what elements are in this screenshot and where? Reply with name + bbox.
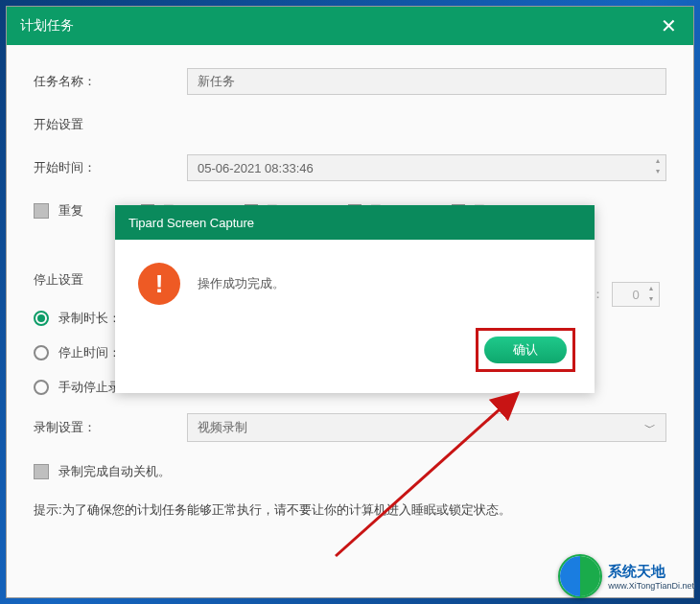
task-name-row: 任务名称： <box>34 68 666 95</box>
loop-value-box[interactable]: 0 ▴ ▾ <box>612 282 660 307</box>
start-time-field: ▴ ▾ <box>187 154 666 181</box>
time-spinner: ▴ ▾ <box>652 156 664 176</box>
task-name-label: 任务名称： <box>34 73 187 90</box>
modal-title: Tipard Screen Capture <box>115 205 595 240</box>
record-settings-label: 录制设置： <box>34 419 187 436</box>
watermark-en: www.XiTongTianDi.net <box>608 581 694 591</box>
watermark-badge-icon <box>558 554 602 598</box>
confirm-highlight: 确认 <box>476 328 575 372</box>
watermark-text: 系统天地 www.XiTongTianDi.net <box>608 563 694 591</box>
auto-shutdown-checkbox[interactable] <box>34 464 49 479</box>
spinner-up-icon[interactable]: ▴ <box>645 284 657 293</box>
loop-spinner: ▴ ▾ <box>645 284 657 304</box>
stop-time-label: 停止时间： <box>58 344 121 361</box>
auto-shutdown-label: 录制完成自动关机。 <box>58 463 171 480</box>
spinner-down-icon[interactable]: ▾ <box>652 167 664 176</box>
record-mode-select[interactable]: 视频录制 ﹀ <box>187 413 666 442</box>
auto-shutdown-row: 录制完成自动关机。 <box>34 463 666 480</box>
stop-manual-radio[interactable] <box>34 380 49 395</box>
hint-text: 提示:为了确保您的计划任务能够正常执行，请不要让你的计算机进入睡眠或锁定状态。 <box>34 501 666 519</box>
confirm-button[interactable]: 确认 <box>484 337 567 363</box>
start-time-input[interactable] <box>187 154 666 181</box>
close-icon[interactable]: ✕ <box>657 14 680 37</box>
modal-footer: 确认 <box>115 328 595 387</box>
spinner-up-icon[interactable]: ▴ <box>652 156 664 166</box>
loop-value: 0 <box>632 288 639 302</box>
repeat-checkbox[interactable] <box>34 203 49 219</box>
chevron-down-icon: ﹀ <box>644 420 656 436</box>
start-time-label: 开始时间： <box>34 159 187 176</box>
spinner-down-icon[interactable]: ▾ <box>645 294 657 304</box>
stop-time-radio[interactable] <box>34 345 49 360</box>
record-settings-row: 录制设置： 视频录制 ﹀ <box>34 413 666 442</box>
modal-message: 操作成功完成。 <box>198 275 285 292</box>
start-time-row: 开始时间： ▴ ▾ <box>34 154 666 181</box>
watermark: 系统天地 www.XiTongTianDi.net <box>558 554 694 598</box>
stop-manual-label: 手动停止录 <box>58 379 121 396</box>
window-title: 计划任务 <box>20 17 74 35</box>
task-name-input[interactable] <box>187 68 666 95</box>
watermark-cn: 系统天地 <box>608 563 694 581</box>
alert-icon: ! <box>138 263 180 305</box>
start-section-label: 开始设置 <box>34 116 666 133</box>
stop-duration-radio[interactable] <box>34 311 49 326</box>
repeat-label: 重复 <box>58 202 83 220</box>
modal-body: ! 操作成功完成。 <box>115 240 595 328</box>
titlebar: 计划任务 ✕ <box>7 7 693 45</box>
record-mode-value: 视频录制 <box>198 419 247 436</box>
stop-duration-label: 录制时长： <box>58 310 121 327</box>
success-modal: Tipard Screen Capture ! 操作成功完成。 确认 <box>115 205 595 393</box>
